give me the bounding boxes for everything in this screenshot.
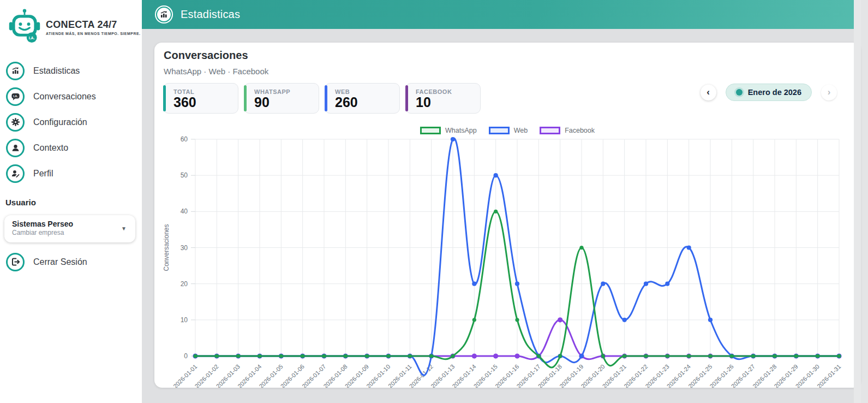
panel-subtitle: WhatsApp · Web · Facebook: [164, 67, 268, 76]
stat-value: 10: [416, 96, 480, 109]
sidebar-item-label: Contexto: [33, 143, 68, 153]
next-month-button[interactable]: ›: [821, 85, 837, 100]
robot-logo-icon: I.A.: [8, 9, 41, 46]
ia-chat-icon: I.A.: [6, 87, 25, 106]
stats-icon: [155, 5, 173, 23]
sidebar-item-label: Perfil: [33, 169, 53, 179]
company-name: Sistemas Perseo: [12, 220, 128, 228]
sidebar-item-label: Configuración: [33, 117, 87, 127]
svg-text:2026-01-31: 2026-01-31: [816, 363, 842, 388]
conversations-panel: Conversaciones WhatsApp · Web · Facebook…: [154, 43, 860, 388]
stat-card-total: TOTAL 360: [163, 83, 238, 114]
sidebar-item-label: Conversaciones: [33, 92, 96, 102]
user-section-heading: Usuario: [5, 198, 36, 207]
stats-icon: [6, 62, 25, 80]
chevron-right-icon: ›: [828, 87, 831, 98]
svg-text:40: 40: [181, 208, 188, 215]
page-header: Estadisticas: [142, 0, 861, 29]
stat-card-web: WEB 260: [325, 83, 400, 114]
scrollbar-track[interactable]: [854, 0, 861, 403]
stat-accent-bar: [244, 85, 247, 111]
company-switch-hint: Cambiar empresa: [12, 229, 128, 236]
sidebar-item-label: Estadisticas: [33, 66, 80, 76]
chevron-down-icon: ▼: [121, 226, 127, 232]
person-icon: [6, 139, 25, 157]
logout-icon: [6, 253, 25, 271]
stat-accent-bar: [163, 85, 166, 111]
sidebar-menu: Estadisticas I.A. Conversaciones: [0, 58, 142, 186]
month-selector[interactable]: Enero de 2026: [726, 84, 812, 101]
svg-text:30: 30: [181, 244, 188, 252]
calendar-dot-icon: [736, 89, 743, 96]
svg-text:I.A.: I.A.: [13, 94, 18, 98]
sidebar-item-perfil[interactable]: Perfil: [0, 161, 142, 186]
profile-edit-icon: [6, 164, 25, 183]
brand-title: CONECTA 24/7: [46, 19, 141, 31]
company-selector[interactable]: Sistemas Perseo Cambiar empresa ▼: [4, 215, 135, 242]
brand-tagline: ATIENDE MÁS, EN MENOS TIEMPO. SIEMPRE.: [46, 32, 141, 35]
svg-text:50: 50: [181, 171, 188, 179]
sidebar-item-contexto[interactable]: Contexto: [0, 135, 142, 161]
app-logo: I.A. CONECTA 24/7 ATIENDE MÁS, EN MENOS …: [0, 0, 142, 46]
gear-icon: [6, 113, 25, 132]
main-area: Estadisticas Conversaciones WhatsApp · W…: [142, 0, 861, 403]
page-title: Estadisticas: [181, 8, 240, 21]
sidebar: I.A. CONECTA 24/7 ATIENDE MÁS, EN MENOS …: [0, 0, 142, 403]
sidebar-item-estadisticas[interactable]: Estadisticas: [0, 58, 142, 84]
sidebar-item-configuracion[interactable]: Configuración: [0, 109, 142, 135]
sidebar-item-conversaciones[interactable]: I.A. Conversaciones: [0, 84, 142, 109]
chevron-left-icon: ‹: [707, 87, 710, 98]
logout-label: Cerrar Sesión: [33, 257, 87, 267]
previous-month-button[interactable]: ‹: [701, 85, 716, 100]
svg-text:Conversaciones: Conversaciones: [163, 224, 170, 271]
stat-value: 90: [254, 96, 319, 109]
panel-title: Conversaciones: [164, 49, 248, 62]
stat-card-facebook: FACEBOOK 10: [405, 83, 481, 114]
month-label: Enero de 2026: [748, 88, 801, 97]
logout-button[interactable]: Cerrar Sesión: [0, 249, 142, 275]
stat-card-whatsapp: WHATSAPP 90: [244, 83, 319, 114]
stat-accent-bar: [405, 85, 408, 111]
svg-text:0: 0: [184, 352, 188, 360]
stat-value: 360: [173, 96, 238, 109]
stat-value: 260: [335, 96, 399, 109]
stats-row: TOTAL 360 WHATSAPP 90 WEB 260 FACEBOOK 1…: [163, 83, 481, 114]
svg-text:10: 10: [181, 316, 188, 324]
conversations-chart[interactable]: 2026-01-012026-01-022026-01-032026-01-04…: [154, 133, 860, 388]
stat-accent-bar: [325, 85, 327, 111]
date-navigation: ‹ Enero de 2026 ›: [701, 84, 837, 101]
logo-ia-badge: I.A.: [29, 36, 35, 40]
svg-text:60: 60: [181, 135, 188, 143]
svg-text:20: 20: [181, 280, 188, 288]
